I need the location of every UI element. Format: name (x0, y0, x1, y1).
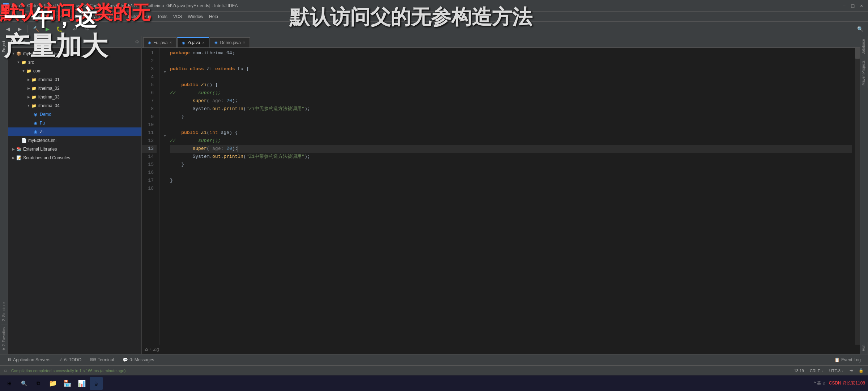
toolbar-debug-button[interactable]: 🐛 (54, 24, 64, 34)
toolbar-forward-button[interactable]: ▶ (14, 24, 25, 34)
right-label-database[interactable]: Database (860, 36, 868, 58)
tree-item-itheima04[interactable]: ▼ 📁 itheima_04 (8, 101, 141, 110)
tree-item-itheima03[interactable]: ▶ 📁 itheima_03 (8, 93, 141, 101)
maximize-button[interactable]: □ (849, 2, 856, 9)
line-num-10: 10 (142, 121, 157, 129)
tree-arrow-scratches: ▶ (11, 155, 16, 160)
tab-bar: ◉ Fu.java × ◉ Zi.java × ◉ Demo.java × (142, 36, 860, 48)
tab-demo[interactable]: ◉ Demo.java × (210, 37, 250, 47)
app-servers-label: Application Servers (13, 357, 50, 362)
window-controls: − □ × (841, 2, 865, 9)
menu-view[interactable]: View (27, 13, 43, 21)
status-position: 13:19 (794, 368, 804, 373)
menu-vcs[interactable]: VCS (170, 13, 185, 21)
menu-build[interactable]: Build (125, 13, 141, 21)
tree-item-fu[interactable]: ◉ Fu (8, 119, 141, 127)
scrollbar-thumb[interactable] (855, 48, 860, 59)
tree-item-scratches[interactable]: ▶ 📝 Scratches and Consoles (8, 154, 141, 162)
tree-item-src[interactable]: ▼ 📁 src (8, 58, 141, 67)
menu-navigate[interactable]: Navigate (43, 13, 65, 21)
event-log-icon: 📋 (834, 357, 840, 362)
bottom-tab-app-servers[interactable]: 🖥 Application Servers (3, 356, 55, 364)
java-icon-demo: ◉ (33, 112, 38, 117)
tab-close-fu[interactable]: × (170, 41, 172, 45)
taskbar-powerpoint[interactable]: 📊 (75, 377, 88, 390)
todo-label: 6: TODO (64, 357, 81, 362)
toolbar-redo-button[interactable]: ↪ (82, 24, 92, 34)
right-label-maven[interactable]: Maven Projects (860, 58, 868, 88)
title-bar-left: J Java15_Code [E:\Idea-Projects\JavaSE_C… (3, 3, 238, 9)
toolbar-build-button[interactable]: 🔨 (31, 24, 41, 34)
tab-close-demo[interactable]: × (243, 41, 245, 45)
menu-analyze[interactable]: Analyze (82, 13, 103, 21)
line-num-9: 9 (142, 113, 157, 121)
fn-super-13: super (192, 145, 207, 153)
bottom-tab-terminal[interactable]: ⌨ Terminal (86, 356, 118, 364)
sidebar-favorites-label[interactable]: ★ 2: Favorites (1, 324, 7, 354)
taskbar-intellij[interactable]: ☕ (90, 377, 103, 390)
tree-item-zi[interactable]: ◉ Zi (8, 127, 141, 136)
taskbar-search[interactable]: 🔍 (17, 377, 30, 390)
code-editor[interactable]: 1 2 3 4 5 6 7 8 9 10 11 12 13 14 15 16 1… (142, 48, 860, 345)
menu-run[interactable]: Run (141, 13, 154, 21)
line-num-14: 14 (142, 153, 157, 161)
scratches-icon: 📝 (16, 155, 22, 161)
minimize-button[interactable]: − (841, 2, 848, 9)
tree-label-itheima02: itheima_02 (38, 86, 60, 91)
tree-arrow-itheima03: ▶ (26, 94, 31, 100)
tree-arrow-external-libs: ▶ (11, 147, 16, 152)
tree-item-itheima01[interactable]: ▶ 📁 itheima_01 (8, 75, 141, 84)
menu-code[interactable]: Code (65, 13, 82, 21)
breadcrumb-zi-constructor[interactable]: Zi() (153, 347, 159, 352)
sidebar-project-label[interactable]: Project (1, 38, 7, 55)
editor-scrollbar[interactable] (855, 48, 860, 345)
taskbar-fileexplorer[interactable]: 📁 (46, 377, 59, 390)
taskbar-start[interactable]: ⊞ (3, 377, 16, 390)
tree-item-myextends[interactable]: ▼ 📦 myExtends E:\IdeaProjects (8, 49, 141, 58)
fold-marker-5[interactable]: ▼ (164, 70, 166, 74)
tree-item-itheima02[interactable]: ▶ 📁 itheima_02 (8, 84, 141, 93)
tree-item-com[interactable]: ▼ 📁 com (8, 67, 141, 75)
bottom-tab-messages[interactable]: 💬 0: Messages (118, 356, 158, 364)
close-button[interactable]: × (858, 2, 865, 9)
folder-icon-itheima03: 📁 (31, 94, 37, 100)
fold-marker-11[interactable]: ▼ (164, 134, 166, 138)
sidebar-structure-label[interactable]: 2: Structure (1, 299, 7, 324)
menu-file[interactable]: File (1, 13, 14, 21)
tab-zi[interactable]: ◉ Zi.java × (177, 37, 209, 47)
tab-fu[interactable]: ◉ Fu.java × (143, 37, 176, 47)
tree-item-demo[interactable]: ◉ Demo (8, 110, 141, 119)
bottom-tab-todo[interactable]: ✓ 6: TODO (55, 356, 86, 364)
toolbar-back-button[interactable]: ◀ (3, 24, 13, 34)
menu-edit[interactable]: Edit (14, 13, 27, 21)
code-content[interactable]: package com.itheima_04; public class Zi … (167, 48, 855, 345)
right-label-run[interactable]: Run (860, 342, 868, 354)
tree-arrow-itheima01: ▶ (26, 77, 31, 82)
tree-item-external-libs[interactable]: ▶ 📚 External Libraries (8, 145, 141, 154)
tab-close-zi[interactable]: × (203, 41, 205, 45)
tree-label-scratches: Scratches and Consoles (23, 155, 70, 160)
line-num-17: 17 (142, 177, 157, 185)
line-num-1: 1 (142, 49, 157, 57)
toolbar-search-button[interactable]: 🔍 (855, 24, 865, 34)
taskbar-taskview[interactable]: ⧉ (32, 377, 45, 390)
menu-window[interactable]: Window (185, 13, 206, 21)
code-line-1: package com.itheima_04; (170, 49, 852, 57)
toolbar-undo-button[interactable]: ↩ (70, 24, 80, 34)
menu-help[interactable]: Help (206, 13, 221, 21)
breadcrumb-zi[interactable]: Zi (145, 347, 148, 352)
status-encoding: UTF-8 ÷ (829, 368, 844, 373)
tree-item-iml[interactable]: ▶ 📄 myExtends.iml (8, 136, 141, 145)
project-panel-settings[interactable]: ⚙ (136, 39, 139, 45)
tree-label-itheima01: itheima_01 (38, 77, 60, 82)
title-bar: J Java15_Code [E:\Idea-Projects\JavaSE_C… (0, 0, 868, 12)
bottom-tabs: 🖥 Application Servers ✓ 6: TODO ⌨ Termin… (0, 354, 868, 366)
taskbar-store[interactable]: 🏪 (61, 377, 74, 390)
classname-zi: Zi (207, 65, 212, 73)
toolbar-run-button[interactable]: ▶ (42, 24, 52, 34)
status-indent: ⇥ (850, 368, 853, 373)
menu-refactor[interactable]: Refactor (103, 13, 125, 21)
code-line-12: // super(); (170, 137, 852, 145)
bottom-tab-event-log[interactable]: 📋 Event Log (830, 356, 865, 364)
menu-tools[interactable]: Tools (154, 13, 170, 21)
